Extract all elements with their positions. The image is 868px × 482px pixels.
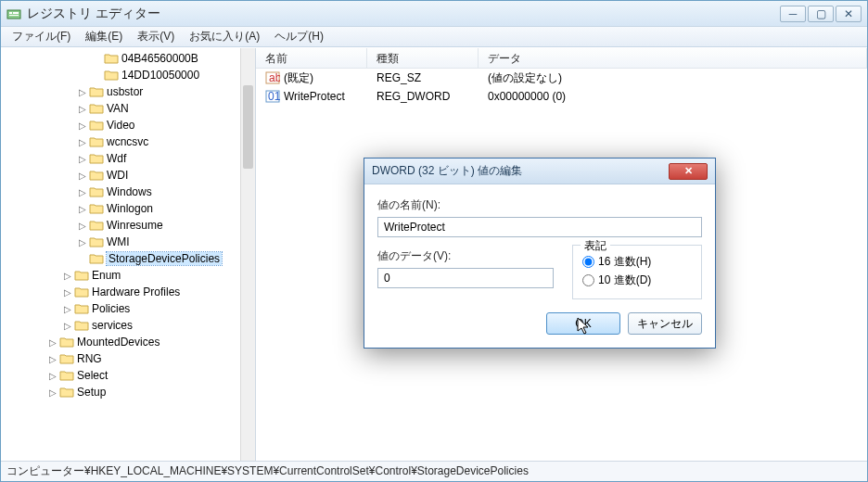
folder-icon (59, 352, 74, 365)
value-data: 0x00000000 (0) (479, 90, 867, 103)
expander-icon[interactable]: ▷ (62, 304, 73, 314)
ok-button[interactable]: OK (546, 312, 620, 335)
menu-file[interactable]: ファイル(F) (5, 27, 78, 46)
menu-favorites[interactable]: お気に入り(A) (182, 27, 267, 46)
menu-help[interactable]: ヘルプ(H) (267, 27, 331, 46)
tree-item-label: usbstor (107, 85, 143, 98)
dialog-close-button[interactable]: ✕ (669, 163, 708, 180)
tree-item[interactable]: ▷Hardware Profiles (3, 284, 240, 300)
folder-icon (59, 369, 74, 382)
menu-view[interactable]: 表示(V) (130, 27, 182, 46)
regedit-icon (6, 6, 21, 21)
svg-text:ab: ab (269, 71, 280, 84)
folder-icon (89, 169, 104, 182)
expander-icon[interactable]: ▷ (77, 120, 88, 131)
folder-icon (104, 52, 119, 65)
folder-icon (89, 119, 104, 132)
value-name: (既定) (284, 70, 313, 86)
radix-legend: 表記 (581, 238, 610, 254)
expander-icon[interactable]: ▷ (47, 387, 58, 398)
tree-item-label: 14DD10050000 (121, 69, 199, 82)
tree-item[interactable]: ▷Windows (3, 184, 240, 200)
tree-item[interactable]: ▷Video (3, 117, 240, 133)
value-data-field[interactable] (377, 268, 554, 288)
folder-icon (89, 135, 104, 148)
tree-item[interactable]: ▷RNG (3, 350, 240, 367)
svg-text:011: 011 (268, 90, 280, 103)
expander-icon[interactable]: ▷ (47, 354, 58, 364)
tree-item[interactable]: ▷Winresume (3, 217, 240, 234)
tree-item[interactable]: ▷VAN (3, 100, 240, 117)
expander-icon[interactable]: ▷ (47, 371, 58, 381)
registry-tree[interactable]: 04B46560000B14DD10050000▷usbstor▷VAN▷Vid… (3, 50, 240, 400)
maximize-button[interactable]: ▢ (808, 6, 834, 22)
expander-icon[interactable]: ▷ (62, 287, 73, 298)
tree-item[interactable]: ▷wcncsvc (3, 133, 240, 150)
scrollbar-thumb[interactable] (243, 85, 253, 169)
svg-rect-1 (9, 12, 12, 14)
svg-rect-2 (13, 12, 19, 14)
dialog-titlebar: DWORD (32 ビット) 値の編集 ✕ (364, 159, 715, 184)
folder-icon (74, 319, 89, 332)
folder-icon (89, 235, 104, 248)
tree-item-label: Video (107, 119, 134, 132)
radix-hex-label: 16 進数(H) (598, 254, 651, 270)
minimize-button[interactable]: ─ (780, 6, 806, 22)
folder-icon (89, 102, 104, 115)
folder-icon (89, 85, 104, 98)
radix-hex-row[interactable]: 16 進数(H) (582, 254, 692, 270)
radix-group: 表記 16 進数(H) 10 進数(D) (572, 245, 702, 299)
dword-value-icon: 011 (265, 89, 280, 104)
col-data[interactable]: データ (479, 48, 867, 68)
expander-icon[interactable]: ▷ (77, 187, 88, 197)
tree-item[interactable]: ▷Winlogon (3, 200, 240, 217)
expander-icon[interactable]: ▷ (77, 154, 88, 164)
value-name: WriteProtect (284, 90, 345, 103)
svg-rect-0 (7, 10, 20, 19)
expander-icon[interactable]: ▷ (77, 104, 88, 114)
close-button[interactable]: ✕ (836, 6, 862, 22)
folder-icon (59, 386, 74, 399)
tree-item-label: Select (77, 369, 108, 382)
folder-icon (104, 69, 119, 82)
expander-icon[interactable]: ▷ (77, 171, 88, 181)
tree-item-label: Windows (107, 185, 152, 198)
radix-dec-row[interactable]: 10 進数(D) (582, 273, 692, 288)
expander-icon[interactable]: ▷ (62, 321, 73, 331)
tree-item[interactable]: ▷WMI (3, 234, 240, 250)
expander-icon[interactable]: ▷ (77, 87, 88, 97)
expander-icon[interactable]: ▷ (77, 204, 88, 214)
tree-item[interactable]: ▷usbstor (3, 83, 240, 100)
tree-item[interactable]: ▷MountedDevices (3, 334, 240, 350)
list-row[interactable]: ab(既定)REG_SZ(値の設定なし) (256, 69, 867, 87)
tree-item[interactable]: 14DD10050000 (3, 67, 240, 83)
tree-item[interactable]: ▷WDI (3, 167, 240, 184)
expander-icon[interactable]: ▷ (77, 137, 88, 147)
expander-icon[interactable]: ▷ (47, 337, 58, 348)
list-row[interactable]: 011WriteProtectREG_DWORD0x00000000 (0) (256, 87, 867, 106)
tree-item[interactable]: ▷Policies (3, 300, 240, 317)
value-type: REG_SZ (367, 71, 479, 84)
expander-icon[interactable]: ▷ (77, 221, 88, 231)
tree-item[interactable]: ▷Select (3, 367, 240, 384)
value-name-field[interactable] (377, 217, 702, 237)
folder-icon (89, 252, 104, 265)
expander-icon[interactable]: ▷ (77, 237, 88, 247)
menu-edit[interactable]: 編集(E) (78, 27, 130, 46)
tree-item[interactable]: ▷services (3, 317, 240, 334)
value-name-label: 値の名前(N): (377, 197, 702, 213)
menubar: ファイル(F) 編集(E) 表示(V) お気に入り(A) ヘルプ(H) (1, 27, 867, 47)
tree-item[interactable]: StorageDevicePolicies (3, 250, 240, 267)
tree-scrollbar[interactable] (240, 48, 255, 461)
radix-dec-radio[interactable] (582, 274, 594, 286)
tree-item[interactable]: ▷Wdf (3, 150, 240, 167)
tree-item-label: Winresume (107, 219, 163, 232)
tree-item[interactable]: ▷Enum (3, 267, 240, 284)
radix-hex-radio[interactable] (582, 256, 594, 268)
expander-icon[interactable]: ▷ (62, 271, 73, 281)
tree-item[interactable]: 04B46560000B (3, 50, 240, 67)
col-type[interactable]: 種類 (367, 48, 479, 68)
cancel-button[interactable]: キャンセル (628, 312, 702, 335)
col-name[interactable]: 名前 (256, 48, 367, 68)
tree-item[interactable]: ▷Setup (3, 384, 240, 400)
